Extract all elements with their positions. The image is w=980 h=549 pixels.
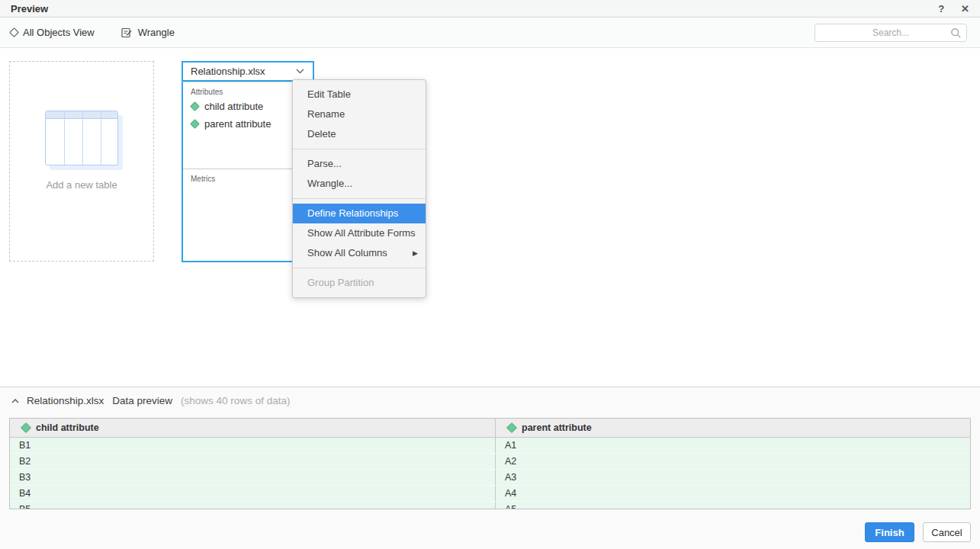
- wrangle-icon: [120, 27, 133, 39]
- menu-item-delete[interactable]: Delete: [293, 124, 426, 144]
- menu-item-show-all-attribute-forms[interactable]: Show All Attribute Forms: [293, 223, 426, 243]
- menu-item-edit-table[interactable]: Edit Table: [293, 85, 426, 104]
- table-cell: B3: [10, 470, 495, 485]
- menu-group-show: Define Relationships Show All Attribute …: [293, 198, 426, 268]
- menu-item-define-relationships[interactable]: Define Relationships: [293, 204, 426, 223]
- table-cell: A1: [495, 438, 970, 453]
- data-preview-panel: Relationship.xlsx Data preview (shows 40…: [0, 387, 980, 549]
- menu-item-parse[interactable]: Parse...: [293, 154, 426, 174]
- table-cell: B2: [10, 454, 495, 469]
- table-cell: A3: [495, 470, 970, 485]
- submenu-arrow-icon: ▶: [413, 243, 418, 263]
- menu-group-transform: Parse... Wrangle...: [293, 149, 426, 198]
- table-cell: B4: [10, 486, 495, 501]
- table-name-dropdown[interactable]: Relationship.xlsx: [182, 61, 314, 82]
- menu-item-rename[interactable]: Rename: [293, 104, 426, 124]
- table-row: B2 A2: [10, 454, 970, 470]
- menu-item-label: Show All Columns: [307, 247, 387, 258]
- wrangle-label: Wrangle: [138, 27, 175, 38]
- table-row: B3 A3: [10, 470, 970, 486]
- add-new-table-dropzone[interactable]: Add a new table: [9, 61, 154, 262]
- data-preview-table: child attribute parent attribute B1 A1 B…: [9, 418, 971, 509]
- data-preview-header: Relationship.xlsx Data preview (shows 40…: [11, 395, 290, 406]
- all-objects-view-button[interactable]: All Objects View: [11, 27, 95, 38]
- diamond-outline-icon: [9, 27, 19, 37]
- menu-item-group-partition: Group Partition: [293, 273, 426, 293]
- add-table-label: Add a new table: [46, 179, 117, 191]
- preview-section-label: Data preview: [112, 395, 172, 406]
- attribute-label: child attribute: [204, 101, 263, 112]
- column-header-label: child attribute: [36, 422, 99, 433]
- menu-item-wrangle[interactable]: Wrangle...: [293, 174, 426, 194]
- column-header-child-attribute[interactable]: child attribute: [10, 419, 495, 437]
- attribute-icon: [190, 101, 200, 111]
- menu-group-edit: Edit Table Rename Delete: [293, 80, 426, 149]
- chevron-down-icon[interactable]: [295, 68, 305, 75]
- all-objects-view-label: All Objects View: [23, 27, 95, 38]
- attribute-icon: [190, 119, 200, 129]
- search-icon[interactable]: [950, 27, 962, 39]
- column-header-parent-attribute[interactable]: parent attribute: [495, 419, 970, 437]
- cancel-button[interactable]: Cancel: [923, 522, 971, 542]
- table-cell: B5: [10, 502, 495, 509]
- finish-button[interactable]: Finish: [865, 522, 914, 542]
- preview-table-name: Relationship.xlsx: [27, 395, 104, 406]
- menu-item-show-all-columns[interactable]: Show All Columns ▶: [293, 243, 426, 263]
- close-icon[interactable]: ✕: [961, 4, 969, 14]
- table-cell: B1: [10, 438, 495, 453]
- table-row: B4 A4: [10, 486, 970, 502]
- table-cell: A2: [495, 454, 970, 469]
- table-row: B1 A1: [10, 438, 970, 454]
- table-cell: A5: [495, 502, 970, 509]
- table-name: Relationship.xlsx: [191, 66, 295, 77]
- attribute-icon: [506, 422, 517, 433]
- chevron-up-icon: [11, 398, 20, 404]
- attribute-icon: [21, 422, 31, 433]
- help-icon[interactable]: ?: [938, 4, 944, 14]
- table-context-menu: Edit Table Rename Delete Parse... Wrangl…: [292, 79, 426, 298]
- preview-row-count-note: (shows 40 rows of data): [181, 395, 290, 406]
- table-row: B5 A5: [10, 502, 970, 509]
- data-table-header-row: child attribute parent attribute: [10, 419, 970, 438]
- window-title: Preview: [11, 3, 48, 14]
- column-header-label: parent attribute: [522, 422, 592, 433]
- attribute-label: parent attribute: [204, 118, 271, 130]
- title-bar: Preview ? ✕: [0, 0, 980, 18]
- wrangle-button[interactable]: Wrangle: [120, 27, 175, 39]
- search-input[interactable]: [815, 24, 966, 41]
- toolbar: All Objects View Wrangle: [0, 18, 980, 48]
- menu-group-partition: Group Partition: [293, 268, 426, 297]
- table-icon: [45, 111, 118, 165]
- collapse-preview-button[interactable]: [11, 398, 20, 404]
- table-cell: A4: [495, 486, 970, 501]
- search-box: [815, 24, 967, 42]
- main-canvas: Add a new table Relationship.xlsx Attrib…: [0, 49, 980, 387]
